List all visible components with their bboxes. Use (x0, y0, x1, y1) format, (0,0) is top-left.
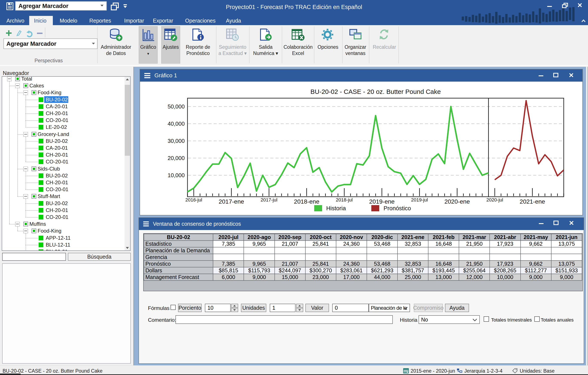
svg-text:2017-ene: 2017-ene (219, 198, 244, 205)
svg-text:2019-ene: 2019-ene (369, 198, 395, 205)
svg-text:2018-ene: 2018-ene (294, 198, 319, 205)
svg-text:40,000: 40,000 (168, 121, 185, 127)
svg-text:20,000: 20,000 (168, 155, 185, 161)
svg-text:2021-ene: 2021-ene (520, 198, 545, 205)
svg-text:Pronóstico: Pronóstico (384, 205, 411, 212)
svg-text:2017-jul: 2017-jul (261, 197, 277, 203)
svg-text:30,000: 30,000 (168, 138, 185, 144)
svg-text:50,000: 50,000 (168, 103, 185, 110)
svg-text:BU-20-02 - CASE - 20 oz. Butte: BU-20-02 - CASE - 20 oz. Butter Pound Ca… (311, 88, 441, 95)
svg-text:2019-jul: 2019-jul (411, 197, 428, 203)
svg-text:2020-jul: 2020-jul (486, 197, 503, 203)
svg-text:2020-ene: 2020-ene (444, 198, 470, 205)
svg-text:2018-jul: 2018-jul (336, 197, 353, 203)
svg-text:10,000: 10,000 (168, 172, 185, 178)
svg-text:2016-jul: 2016-jul (185, 197, 202, 203)
svg-text:Historia: Historia (326, 205, 346, 212)
